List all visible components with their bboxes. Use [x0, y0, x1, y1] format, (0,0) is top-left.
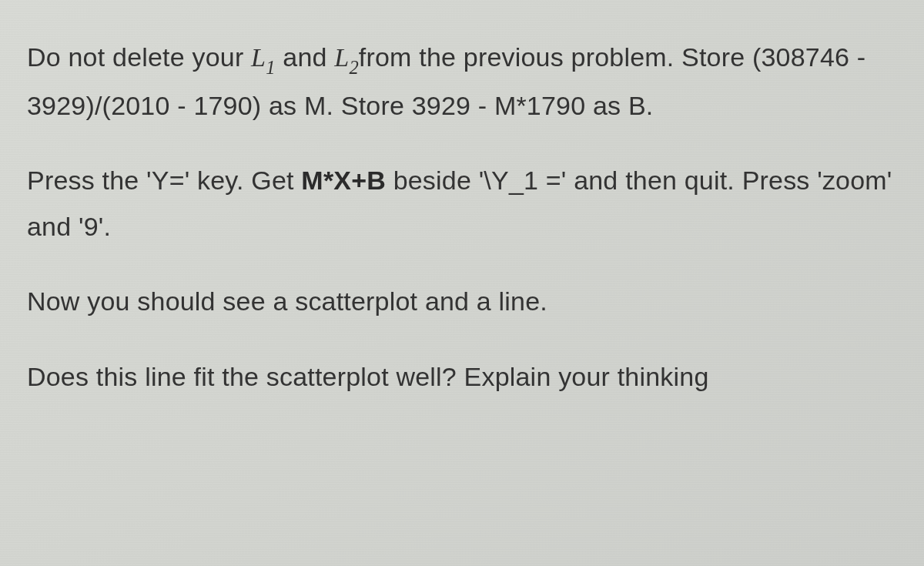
- variable-letter: L: [334, 43, 349, 72]
- text-segment: Press the 'Y=' key. Get: [27, 166, 301, 195]
- variable-L2: L2: [334, 43, 359, 72]
- text-segment: Do not delete your: [27, 42, 251, 72]
- problem-text-container: Do not delete your L1 and L2from the pre…: [27, 35, 897, 400]
- variable-L1: L1: [251, 43, 276, 72]
- variable-letter: L: [251, 43, 266, 72]
- paragraph-1: Do not delete your L1 and L2from the pre…: [27, 35, 897, 129]
- text-segment: and: [276, 42, 335, 72]
- paragraph-3: Now you should see a scatterplot and a l…: [27, 279, 897, 325]
- formula-bold: M*X+B: [301, 166, 386, 195]
- paragraph-4: Does this line fit the scatterplot well?…: [27, 354, 897, 400]
- subscript-1: 1: [266, 57, 275, 78]
- subscript-2: 2: [349, 57, 358, 78]
- paragraph-2: Press the 'Y=' key. Get M*X+B beside '\Y…: [27, 158, 897, 250]
